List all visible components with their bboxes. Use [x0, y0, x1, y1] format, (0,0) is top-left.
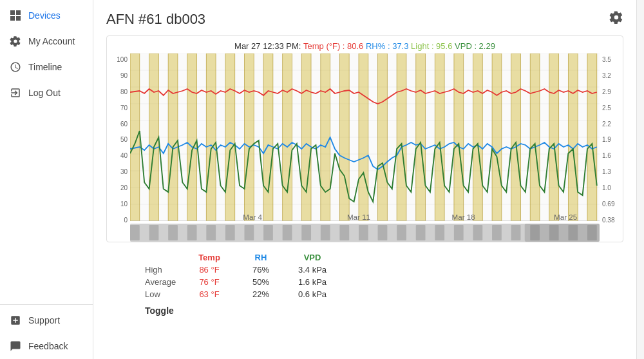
stat-high-temp: 86 °F: [184, 265, 235, 275]
stat-avg-vpd: 1.6 kPa: [287, 277, 338, 287]
svg-rect-31: [416, 53, 426, 221]
svg-rect-86: [397, 225, 406, 240]
legend-temp: Temp (°F) : 80.6: [303, 41, 363, 51]
legend-light: Light : 95.6: [411, 41, 452, 51]
svg-rect-77: [225, 225, 235, 240]
svg-rect-33: [454, 53, 464, 221]
svg-rect-97: [525, 224, 600, 242]
sidebar-item-label: Support: [28, 315, 60, 325]
svg-rect-92: [511, 225, 521, 240]
sidebar-item-feedback[interactable]: Feedback: [0, 333, 93, 359]
svg-rect-80: [283, 225, 292, 240]
stat-header-rh: RH: [235, 253, 287, 262]
sidebar-item-account[interactable]: My Account: [0, 28, 93, 54]
stat-label-high: High: [145, 265, 184, 275]
chart-legend: Mar 27 12:33 PM: Temp (°F) : 80.6 RH% : …: [107, 41, 623, 51]
svg-rect-75: [187, 225, 197, 240]
svg-rect-35: [492, 53, 502, 221]
svg-rect-74: [168, 225, 178, 240]
comment-icon: [9, 340, 22, 353]
svg-rect-25: [301, 53, 311, 221]
sidebar-item-devices[interactable]: Devices: [0, 3, 93, 28]
stat-label-average: Average: [145, 277, 184, 287]
stat-low-rh: 22%: [235, 289, 287, 299]
svg-rect-72: [130, 225, 140, 240]
svg-rect-32: [435, 53, 444, 221]
svg-rect-26: [321, 53, 330, 221]
stat-high-rh: 76%: [235, 265, 287, 275]
svg-rect-79: [263, 225, 273, 240]
legend-rh: RH% : 37.3: [366, 41, 408, 51]
stats-table: High 86 °F 76% 3.4 kPa Average 76 °F 50%…: [145, 265, 623, 299]
svg-rect-17: [149, 53, 159, 221]
svg-rect-30: [397, 53, 406, 221]
sidebar: Devices My Account Timeline Log Out Supp…: [0, 0, 93, 359]
grid-icon: [9, 9, 22, 22]
svg-rect-84: [359, 225, 368, 240]
svg-rect-28: [359, 53, 368, 221]
page-header: AFN #61 db003: [106, 10, 623, 28]
svg-rect-88: [435, 225, 444, 240]
svg-rect-85: [378, 225, 388, 240]
svg-rect-89: [454, 225, 464, 240]
stat-avg-rh: 50%: [235, 277, 287, 287]
sidebar-item-label: Feedback: [28, 341, 68, 351]
settings-button[interactable]: [609, 10, 623, 28]
svg-rect-23: [263, 53, 273, 221]
svg-rect-82: [321, 225, 330, 240]
svg-rect-29: [378, 53, 388, 221]
chart-minimap[interactable]: [130, 224, 600, 242]
stat-avg-temp: 76 °F: [184, 277, 235, 287]
svg-rect-36: [511, 53, 521, 221]
svg-rect-83: [339, 225, 349, 240]
svg-rect-37: [530, 53, 540, 221]
sidebar-item-label: Devices: [28, 10, 61, 21]
svg-rect-78: [244, 225, 254, 240]
stat-header-vpd: VPD: [287, 253, 338, 262]
svg-rect-20: [206, 53, 216, 221]
stat-high-vpd: 3.4 kPa: [287, 265, 338, 275]
svg-rect-3: [16, 16, 21, 21]
legend-vpd: VPD : 2.29: [455, 41, 495, 51]
gear-small-icon: [9, 35, 22, 48]
chart-area: 100 90 80 70 60 50 40 30 20 10 0: [107, 53, 623, 224]
clock-icon: [9, 61, 22, 73]
svg-rect-19: [187, 53, 197, 221]
svg-rect-18: [168, 53, 178, 221]
svg-rect-87: [416, 225, 426, 240]
toggle-label[interactable]: Toggle: [145, 306, 623, 316]
stats-section: Temp RH VPD High 86 °F 76% 3.4 kPa Avera…: [106, 242, 623, 316]
svg-rect-1: [16, 10, 21, 15]
sidebar-item-label: Log Out: [28, 88, 61, 98]
svg-text:Mar 4: Mar 4: [243, 213, 262, 221]
sidebar-item-timeline[interactable]: Timeline: [0, 54, 93, 80]
stat-label-low: Low: [145, 289, 184, 299]
svg-text:Mar 11: Mar 11: [347, 213, 370, 221]
stats-row-high: High 86 °F 76% 3.4 kPa: [145, 265, 623, 275]
svg-rect-81: [301, 225, 311, 240]
window-scrollbar[interactable]: [636, 0, 644, 359]
plus-box-icon: [9, 314, 22, 327]
svg-rect-16: [130, 53, 140, 221]
svg-rect-24: [283, 53, 292, 221]
sidebar-item-label: My Account: [28, 36, 75, 46]
y-axis-left: 100 90 80 70 60 50 40 30 20 10 0: [107, 53, 130, 224]
svg-rect-40: [587, 53, 597, 221]
svg-rect-38: [549, 53, 559, 221]
svg-rect-22: [244, 53, 254, 221]
sidebar-item-logout[interactable]: Log Out: [0, 80, 93, 106]
sidebar-item-support[interactable]: Support: [0, 307, 93, 333]
stat-low-temp: 63 °F: [184, 289, 235, 299]
svg-text:Mar 25: Mar 25: [554, 213, 577, 221]
svg-rect-34: [473, 53, 482, 221]
svg-rect-0: [10, 10, 15, 15]
svg-rect-39: [568, 53, 578, 221]
svg-rect-27: [339, 53, 349, 221]
svg-rect-73: [149, 225, 159, 240]
svg-rect-91: [492, 225, 502, 240]
svg-rect-90: [473, 225, 482, 240]
main-content: AFN #61 db003 Mar 27 12:33 PM: Temp (°F)…: [93, 0, 636, 359]
svg-rect-2: [10, 16, 15, 21]
y-axis-right: 3.5 3.2 2.9 2.5 2.2 1.9 1.6 1.3 1.0 0.69…: [600, 53, 623, 224]
page-title: AFN #61 db003: [106, 11, 205, 28]
